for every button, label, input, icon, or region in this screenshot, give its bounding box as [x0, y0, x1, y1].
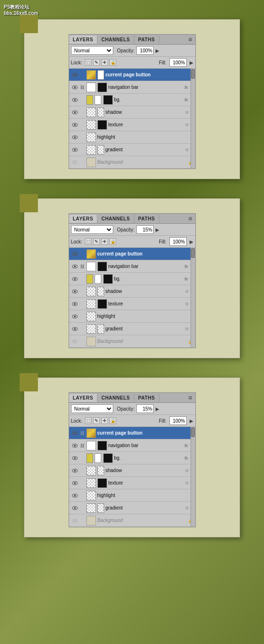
panel-menu-icon-2[interactable]: ≡	[185, 214, 195, 223]
blend-mode-select-1[interactable]: Normal Multiply Screen	[71, 46, 113, 55]
scroll-track-1[interactable]	[191, 69, 195, 169]
eye-icon-2-5[interactable]	[71, 300, 79, 308]
eye-icon-3-7[interactable]	[71, 504, 79, 512]
eye-icon-1-6[interactable]	[71, 134, 79, 141]
layer-row-gradient-1[interactable]: gradient ◎▼	[69, 144, 195, 156]
lock-all-1[interactable]: 🔒	[109, 59, 116, 66]
layer-row-navigation-bar-1[interactable]: ⛓ navigation bar fx ▼	[69, 81, 195, 94]
eye-icon-3-4[interactable]	[71, 467, 79, 474]
layer-name-1-6: highlight	[97, 134, 193, 140]
layer-row-gradient-2[interactable]: gradient ◎▼	[69, 323, 195, 335]
tab-layers-3[interactable]: LAYERS	[69, 394, 98, 402]
lock-all-2[interactable]: 🔒	[109, 238, 116, 245]
blend-mode-select-3[interactable]: Normal	[71, 404, 113, 413]
blend-mode-select-2[interactable]: Normal	[71, 225, 113, 234]
layer-row-navigation-bar-3[interactable]: ⛓ navigation bar fx ▼	[69, 439, 195, 452]
opacity-input-3[interactable]	[136, 404, 154, 413]
layer-list-1: current page button ⛓ navigation bar fx …	[69, 69, 195, 169]
layer-row-shadow-3[interactable]: shadow ◎▼	[69, 464, 195, 477]
eye-icon-2-1[interactable]	[71, 250, 79, 258]
eye-icon-2-2[interactable]	[71, 263, 79, 270]
fill-input-2[interactable]	[169, 237, 187, 246]
scroll-thumb-2[interactable]	[191, 248, 195, 258]
lock-all-3[interactable]: 🔒	[109, 417, 116, 424]
tab-layers-2[interactable]: LAYERS	[69, 215, 98, 223]
layer-row-highlight-1[interactable]: highlight	[69, 131, 195, 144]
eye-icon-2-4[interactable]	[71, 288, 79, 295]
layer-name-2-4: shadow	[106, 289, 184, 294]
eye-icon-3-1[interactable]	[71, 429, 79, 437]
eye-icon-1-1[interactable]	[71, 71, 79, 79]
eye-icon-2-6[interactable]	[71, 313, 79, 320]
layer-row-navigation-bar-2[interactable]: ⛓ navigation bar fx ▼	[69, 260, 195, 273]
eye-icon-1-5[interactable]	[71, 121, 79, 129]
layer-row-shadow-2[interactable]: shadow ◎▼	[69, 285, 195, 298]
lock-label-1: Lock:	[71, 60, 83, 65]
lock-move-2[interactable]: ✛	[101, 238, 108, 245]
lock-move-1[interactable]: ✛	[101, 59, 108, 66]
layer-row-bg-1[interactable]: bg. fx ▼	[69, 94, 195, 106]
scroll-thumb-3[interactable]	[191, 427, 195, 437]
eye-icon-2-3[interactable]	[71, 275, 79, 283]
eye-icon-3-5[interactable]	[71, 479, 79, 487]
layer-row-texture-3[interactable]: texture ◎▼	[69, 477, 195, 489]
eye-icon-1-3[interactable]	[71, 96, 79, 104]
layer-row-texture-2[interactable]: texture ◎▼	[69, 298, 195, 310]
opacity-input-1[interactable]	[136, 46, 154, 55]
scroll-track-3[interactable]	[191, 427, 195, 527]
lock-pixels-2[interactable]: ⬚	[85, 238, 92, 245]
eye-icon-3-3[interactable]	[71, 454, 79, 462]
layer-row-background-3[interactable]: Background 🔒	[69, 514, 195, 527]
eye-icon-1-4[interactable]	[71, 109, 79, 116]
tab-paths-1[interactable]: PATHS	[134, 36, 159, 44]
tab-paths-2[interactable]: PATHS	[134, 215, 159, 223]
lock-pixels-3[interactable]: ⬚	[85, 417, 92, 424]
tab-layers-1[interactable]: LAYERS	[69, 36, 98, 44]
fill-arrow-2[interactable]: ▶	[190, 239, 193, 244]
lock-position-3[interactable]: ✎	[93, 417, 100, 424]
layer-row-texture-1[interactable]: texture ◎▼	[69, 119, 195, 131]
fill-arrow-3[interactable]: ▶	[190, 418, 193, 424]
eye-icon-2-7[interactable]	[71, 325, 79, 333]
lock-row-1: Lock: ⬚ ✎ ✛ 🔒 Fill: ▶	[69, 57, 195, 69]
layer-row-current-page-button-3[interactable]: ⛓ current page button	[69, 427, 195, 439]
layer-thumb2-1-3	[103, 95, 113, 105]
panel-menu-icon-1[interactable]: ≡	[185, 35, 195, 44]
eye-icon-3-6[interactable]	[71, 492, 79, 499]
eye-icon-1-2[interactable]	[71, 84, 79, 91]
scroll-track-2[interactable]	[191, 248, 195, 348]
layer-row-shadow-1[interactable]: shadow ◎▼	[69, 106, 195, 119]
eye-icon-3-8[interactable]	[71, 517, 79, 524]
tab-channels-3[interactable]: CHANNELS	[97, 394, 134, 402]
lock-position-2[interactable]: ✎	[93, 238, 100, 245]
tab-channels-2[interactable]: CHANNELS	[97, 215, 134, 223]
fill-input-1[interactable]	[169, 58, 187, 67]
eye-icon-3-2[interactable]	[71, 442, 79, 450]
layer-name-3-2: navigation bar	[108, 443, 182, 448]
fill-arrow-1[interactable]: ▶	[190, 60, 193, 65]
tab-channels-1[interactable]: CHANNELS	[97, 36, 134, 44]
opacity-arrow-2[interactable]: ▶	[156, 227, 159, 232]
panel-menu-icon-3[interactable]: ≡	[185, 393, 195, 402]
fill-input-3[interactable]	[169, 416, 187, 425]
layer-row-highlight-2[interactable]: highlight	[69, 310, 195, 323]
eye-icon-2-8[interactable]	[71, 338, 79, 345]
layer-row-bg-2[interactable]: bg. fx ▼	[69, 273, 195, 285]
tab-paths-3[interactable]: PATHS	[134, 394, 159, 402]
layer-row-background-1[interactable]: Background 🔒	[69, 156, 195, 169]
eye-icon-1-8[interactable]	[71, 158, 79, 166]
opacity-input-2[interactable]	[136, 225, 154, 234]
layer-row-background-2[interactable]: Background 🔒	[69, 335, 195, 348]
lock-pixels-1[interactable]: ⬚	[85, 59, 92, 66]
opacity-arrow-3[interactable]: ▶	[156, 406, 159, 412]
layer-row-bg-3[interactable]: bg. fx ▼	[69, 452, 195, 464]
lock-position-1[interactable]: ✎	[93, 59, 100, 66]
eye-icon-1-7[interactable]	[71, 146, 79, 154]
layer-row-current-page-button-2[interactable]: current page button	[69, 248, 195, 260]
layer-row-gradient-3[interactable]: gradient ◎▼	[69, 502, 195, 514]
layer-row-current-page-button-1[interactable]: current page button	[69, 69, 195, 81]
opacity-arrow-1[interactable]: ▶	[156, 48, 159, 53]
scroll-thumb-1[interactable]	[191, 69, 195, 79]
layer-row-highlight-3[interactable]: highlight	[69, 489, 195, 502]
lock-move-3[interactable]: ✛	[101, 417, 108, 424]
